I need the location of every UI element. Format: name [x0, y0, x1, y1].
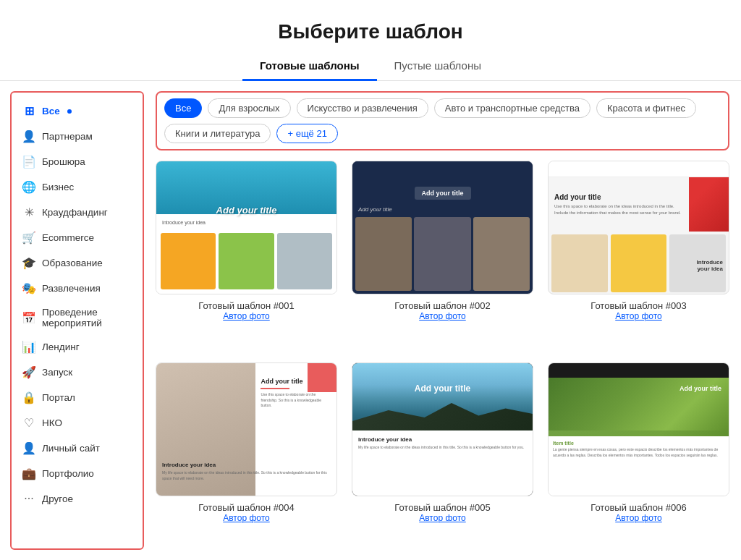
add-your-title-2: Add your title [358, 206, 392, 213]
sidebar-item-personal[interactable]: 👤 Личный сайт [12, 436, 143, 461]
template-author-5[interactable]: Автор фото [419, 513, 465, 523]
sidebar: ⊞ Все 👤 Партнерам 📄 Брошюра 🌐 Бизнес ✳ К… [10, 91, 144, 550]
sidebar-item-partners[interactable]: 👤 Партнерам [12, 124, 143, 149]
right-panel: Все Для взрослых Искусство и развлечения… [144, 81, 741, 560]
page-header: Выберите шаблон [0, 0, 741, 52]
template-label-1: Готовый шаблон #001 [198, 300, 294, 311]
add-title-box-2: Add your title [415, 187, 471, 200]
sidebar-item-ecommerce[interactable]: 🛒 Ecommerce [12, 225, 143, 250]
bottom-text-4: Introduce your idea My life space to ela… [162, 462, 331, 481]
filter-auto[interactable]: Авто и транспортные средства [434, 98, 590, 118]
crowdfunding-icon: ✳ [22, 205, 36, 219]
filter-all[interactable]: Все [164, 98, 202, 118]
tabs-bar: Готовые шаблоны Пустые шаблоны [0, 52, 741, 81]
intro-label-1: Introduce your idea [162, 220, 206, 225]
business-icon: 🌐 [22, 180, 36, 194]
sidebar-item-portfolio[interactable]: 💼 Портфолио [12, 461, 143, 486]
item-title-6: Item title [553, 441, 724, 446]
template-card-1[interactable]: Add your title Introduce your idea Готов… [156, 161, 337, 348]
body-5: My life space to elaborate on the ideas … [358, 445, 527, 451]
template-card-3[interactable]: Add your title Use this space to elabora… [548, 161, 729, 348]
top-bar-2 [352, 161, 533, 183]
tab-ready-templates[interactable]: Готовые шаблоны [242, 52, 377, 81]
hero-title-3: Add your title [554, 193, 683, 201]
hero-img-3 [689, 177, 729, 232]
filter-adults[interactable]: Для взрослых [208, 98, 290, 118]
template-thumb-3[interactable]: Add your title Use this space to elabora… [548, 161, 729, 294]
introduce-label-3: Introduceyour idea [697, 259, 723, 272]
template-label-3: Готовый шаблон #003 [590, 300, 686, 311]
active-badge [67, 109, 72, 114]
sidebar-item-all[interactable]: ⊞ Все [12, 98, 143, 124]
bottom-section-1 [156, 229, 336, 294]
template-thumb-6[interactable]: Add your title Item title La gente piens… [548, 362, 729, 496]
person-3 [473, 217, 530, 291]
template-thumb-2[interactable]: Add your title Add your title [352, 161, 533, 294]
introduce-5: Introduce your idea [358, 436, 527, 443]
hero-section-3: Add your title Use this space to elabora… [549, 177, 729, 232]
top-nav-3 [549, 161, 729, 177]
template-card-6[interactable]: Add your title Item title La gente piens… [548, 362, 729, 550]
add-your-title-overlay-1: Add your title [216, 205, 277, 216]
filter-more[interactable]: + ещё 21 [276, 124, 337, 143]
filter-bar: Все Для взрослых Искусство и развлечения… [156, 91, 729, 150]
sidebar-item-brochure[interactable]: 📄 Брошюра [12, 149, 143, 174]
filter-books[interactable]: Книги и литература [164, 124, 271, 143]
sidebar-item-events[interactable]: 📅 Проведение мероприятий [12, 301, 143, 334]
template-thumb-5[interactable]: Add your title Introduce your idea My li… [352, 362, 533, 496]
sidebar-item-other[interactable]: ··· Другое [12, 486, 143, 511]
filter-art[interactable]: Искусство и развлечения [297, 98, 428, 118]
template-thumb-4[interactable]: Add your title Use this space to elabora… [156, 362, 337, 496]
main-content: ⊞ Все 👤 Партнерам 📄 Брошюра 🌐 Бизнес ✳ К… [0, 81, 741, 560]
template-label-6: Готовый шаблон #006 [590, 502, 686, 513]
sidebar-item-crowdfunding[interactable]: ✳ Краудфандинг [12, 200, 143, 225]
top-nav-6 [549, 363, 729, 378]
bottom-persons-2 [352, 214, 533, 294]
template-card-5[interactable]: Add your title Introduce your idea My li… [352, 362, 533, 550]
template-label-5: Готовый шаблон #005 [394, 502, 490, 513]
small-text-4: Use this space to elaborate on the frien… [261, 392, 331, 409]
page-title: Выберите шаблон [0, 20, 741, 43]
bottom-img-1a [161, 233, 216, 289]
person-2 [414, 217, 470, 291]
sidebar-item-portal[interactable]: 🔒 Портал [12, 385, 143, 410]
template-card-2[interactable]: Add your title Add your title Готовый ша… [352, 161, 533, 348]
other-icon: ··· [22, 492, 36, 505]
hero-desc-3: Use this space to elaborate on the ideas… [554, 203, 683, 216]
red-underline-4 [261, 388, 289, 389]
big-title-5: Add your title [415, 383, 470, 394]
template-author-2[interactable]: Автор фото [419, 311, 465, 321]
filter-beauty[interactable]: Красота и фитнес [596, 98, 696, 118]
template-author-4[interactable]: Автор фото [223, 513, 269, 523]
body-text-4: My life space to elaborate on the ideas … [162, 470, 331, 481]
template-author-1[interactable]: Автор фото [223, 311, 269, 321]
launch-icon: 🚀 [22, 365, 36, 379]
ngo-icon: ♡ [22, 416, 36, 430]
bottom-section-5: Introduce your idea My life space to ela… [352, 430, 533, 496]
portfolio-icon: 💼 [22, 467, 36, 480]
bottom-img-1b [219, 233, 274, 289]
template-card-4[interactable]: Add your title Use this space to elabora… [156, 362, 337, 550]
sidebar-item-landing[interactable]: 📊 Лендинг [12, 334, 143, 360]
grid-icon: ⊞ [22, 104, 36, 118]
sidebar-item-education[interactable]: 🎓 Образование [12, 250, 143, 276]
add-title-6: Add your title [679, 385, 721, 392]
sidebar-item-entertainment[interactable]: 🎭 Развлечения [12, 276, 143, 301]
template-thumb-1[interactable]: Add your title Introduce your idea [156, 161, 337, 294]
fashion-item-3a [551, 234, 608, 292]
entertainment-icon: 🎭 [22, 281, 36, 295]
sidebar-item-launch[interactable]: 🚀 Запуск [12, 360, 143, 385]
landing-icon: 📊 [22, 340, 36, 354]
introduce-2-4: Introduce your idea [162, 462, 331, 468]
ecommerce-icon: 🛒 [22, 231, 36, 245]
sidebar-item-ngo[interactable]: ♡ НКО [12, 410, 143, 436]
person-1 [355, 217, 412, 291]
tab-empty-templates[interactable]: Пустые шаблоны [377, 52, 499, 81]
bottom-section-6: Item title La gente piensa siempre en es… [549, 436, 729, 496]
sidebar-item-business[interactable]: 🌐 Бизнес [12, 174, 143, 200]
hero-text-3: Add your title Use this space to elabora… [549, 177, 689, 232]
body-6: La gente piensa siempre en esas cosas, p… [553, 447, 724, 458]
template-author-6[interactable]: Автор фото [615, 513, 661, 523]
events-icon: 📅 [22, 311, 36, 325]
template-author-3[interactable]: Автор фото [615, 311, 661, 321]
